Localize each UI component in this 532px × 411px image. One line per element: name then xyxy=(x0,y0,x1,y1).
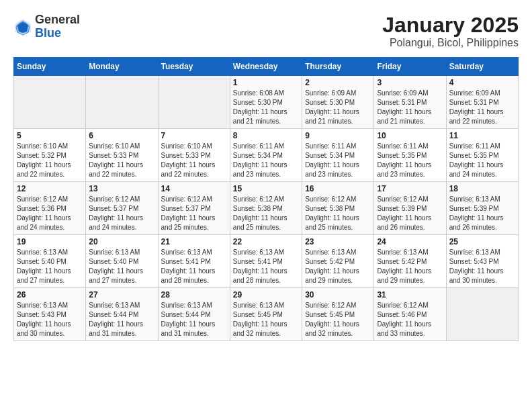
day-info: Sunrise: 6:11 AM Sunset: 5:34 PM Dayligh… xyxy=(305,142,371,179)
day-info: Sunrise: 6:12 AM Sunset: 5:45 PM Dayligh… xyxy=(305,301,371,338)
calendar-cell: 9Sunrise: 6:11 AM Sunset: 5:34 PM Daylig… xyxy=(302,129,374,182)
weekday-header-wednesday: Wednesday xyxy=(230,58,302,76)
calendar-cell: 4Sunrise: 6:09 AM Sunset: 5:31 PM Daylig… xyxy=(446,76,518,129)
weekday-header-saturday: Saturday xyxy=(446,58,518,76)
day-info: Sunrise: 6:10 AM Sunset: 5:33 PM Dayligh… xyxy=(161,142,227,179)
calendar-title: January 2025 xyxy=(382,13,519,37)
weekday-header-thursday: Thursday xyxy=(302,58,374,76)
calendar-cell: 16Sunrise: 6:12 AM Sunset: 5:38 PM Dayli… xyxy=(302,182,374,235)
calendar-cell xyxy=(86,76,158,129)
day-number: 24 xyxy=(377,237,443,246)
day-info: Sunrise: 6:13 AM Sunset: 5:45 PM Dayligh… xyxy=(233,301,299,338)
calendar-cell: 8Sunrise: 6:11 AM Sunset: 5:34 PM Daylig… xyxy=(230,129,302,182)
calendar-cell: 10Sunrise: 6:11 AM Sunset: 5:35 PM Dayli… xyxy=(374,129,446,182)
day-info: Sunrise: 6:08 AM Sunset: 5:30 PM Dayligh… xyxy=(233,89,299,126)
calendar-cell: 18Sunrise: 6:13 AM Sunset: 5:39 PM Dayli… xyxy=(446,182,518,235)
calendar-cell xyxy=(14,76,86,129)
day-number: 25 xyxy=(449,237,515,246)
calendar-cell: 24Sunrise: 6:13 AM Sunset: 5:42 PM Dayli… xyxy=(374,235,446,288)
calendar-table: SundayMondayTuesdayWednesdayThursdayFrid… xyxy=(13,57,519,341)
calendar-cell: 26Sunrise: 6:13 AM Sunset: 5:43 PM Dayli… xyxy=(14,288,86,341)
day-number: 3 xyxy=(377,78,443,87)
weekday-header-row: SundayMondayTuesdayWednesdayThursdayFrid… xyxy=(14,58,519,76)
day-info: Sunrise: 6:12 AM Sunset: 5:36 PM Dayligh… xyxy=(17,195,83,232)
day-number: 16 xyxy=(305,184,371,193)
calendar-cell: 23Sunrise: 6:13 AM Sunset: 5:42 PM Dayli… xyxy=(302,235,374,288)
calendar-cell: 29Sunrise: 6:13 AM Sunset: 5:45 PM Dayli… xyxy=(230,288,302,341)
day-info: Sunrise: 6:13 AM Sunset: 5:43 PM Dayligh… xyxy=(449,248,515,285)
weekday-header-sunday: Sunday xyxy=(14,58,86,76)
weekday-header-monday: Monday xyxy=(86,58,158,76)
day-number: 5 xyxy=(17,131,83,140)
day-number: 2 xyxy=(305,78,371,87)
calendar-cell: 3Sunrise: 6:09 AM Sunset: 5:31 PM Daylig… xyxy=(374,76,446,129)
week-row-5: 26Sunrise: 6:13 AM Sunset: 5:43 PM Dayli… xyxy=(14,288,519,341)
day-info: Sunrise: 6:12 AM Sunset: 5:46 PM Dayligh… xyxy=(377,301,443,338)
title-section: January 2025 Polangui, Bicol, Philippine… xyxy=(382,13,519,49)
calendar-cell: 21Sunrise: 6:13 AM Sunset: 5:41 PM Dayli… xyxy=(158,235,230,288)
day-number: 18 xyxy=(449,184,515,193)
day-info: Sunrise: 6:10 AM Sunset: 5:32 PM Dayligh… xyxy=(17,142,83,179)
calendar-cell: 1Sunrise: 6:08 AM Sunset: 5:30 PM Daylig… xyxy=(230,76,302,129)
day-info: Sunrise: 6:13 AM Sunset: 5:40 PM Dayligh… xyxy=(17,248,83,285)
day-info: Sunrise: 6:09 AM Sunset: 5:31 PM Dayligh… xyxy=(449,89,515,126)
calendar-cell: 6Sunrise: 6:10 AM Sunset: 5:33 PM Daylig… xyxy=(86,129,158,182)
calendar-cell: 31Sunrise: 6:12 AM Sunset: 5:46 PM Dayli… xyxy=(374,288,446,341)
calendar-cell: 12Sunrise: 6:12 AM Sunset: 5:36 PM Dayli… xyxy=(14,182,86,235)
calendar-cell xyxy=(446,288,518,341)
day-info: Sunrise: 6:13 AM Sunset: 5:42 PM Dayligh… xyxy=(305,248,371,285)
day-info: Sunrise: 6:13 AM Sunset: 5:44 PM Dayligh… xyxy=(89,301,154,338)
day-number: 10 xyxy=(377,131,443,140)
day-number: 30 xyxy=(305,290,371,300)
calendar-cell xyxy=(158,76,230,129)
calendar-subtitle: Polangui, Bicol, Philippines xyxy=(382,37,519,49)
day-number: 29 xyxy=(233,290,299,300)
day-number: 6 xyxy=(89,131,154,140)
calendar-cell: 19Sunrise: 6:13 AM Sunset: 5:40 PM Dayli… xyxy=(14,235,86,288)
weekday-header-friday: Friday xyxy=(374,58,446,76)
day-number: 22 xyxy=(233,237,299,246)
calendar-cell: 25Sunrise: 6:13 AM Sunset: 5:43 PM Dayli… xyxy=(446,235,518,288)
calendar-cell: 2Sunrise: 6:09 AM Sunset: 5:30 PM Daylig… xyxy=(302,76,374,129)
day-number: 15 xyxy=(233,184,299,193)
day-info: Sunrise: 6:13 AM Sunset: 5:40 PM Dayligh… xyxy=(89,248,154,285)
day-info: Sunrise: 6:11 AM Sunset: 5:35 PM Dayligh… xyxy=(449,142,515,179)
day-number: 13 xyxy=(89,184,154,193)
logo-icon xyxy=(13,17,32,36)
day-info: Sunrise: 6:10 AM Sunset: 5:33 PM Dayligh… xyxy=(89,142,154,179)
week-row-3: 12Sunrise: 6:12 AM Sunset: 5:36 PM Dayli… xyxy=(14,182,519,235)
day-info: Sunrise: 6:12 AM Sunset: 5:39 PM Dayligh… xyxy=(377,195,443,232)
header: General Blue January 2025 Polangui, Bico… xyxy=(13,13,519,49)
day-info: Sunrise: 6:13 AM Sunset: 5:41 PM Dayligh… xyxy=(161,248,227,285)
day-number: 26 xyxy=(17,290,83,300)
day-info: Sunrise: 6:13 AM Sunset: 5:44 PM Dayligh… xyxy=(161,301,227,338)
calendar-cell: 30Sunrise: 6:12 AM Sunset: 5:45 PM Dayli… xyxy=(302,288,374,341)
day-number: 4 xyxy=(449,78,515,87)
weekday-header-tuesday: Tuesday xyxy=(158,58,230,76)
day-info: Sunrise: 6:13 AM Sunset: 5:43 PM Dayligh… xyxy=(17,301,83,338)
logo-blue-text: Blue xyxy=(35,27,80,40)
day-number: 21 xyxy=(161,237,227,246)
day-number: 7 xyxy=(161,131,227,140)
day-info: Sunrise: 6:13 AM Sunset: 5:42 PM Dayligh… xyxy=(377,248,443,285)
calendar-cell: 7Sunrise: 6:10 AM Sunset: 5:33 PM Daylig… xyxy=(158,129,230,182)
calendar-cell: 15Sunrise: 6:12 AM Sunset: 5:38 PM Dayli… xyxy=(230,182,302,235)
day-number: 14 xyxy=(161,184,227,193)
calendar-cell: 13Sunrise: 6:12 AM Sunset: 5:37 PM Dayli… xyxy=(86,182,158,235)
logo: General Blue xyxy=(13,13,80,40)
day-info: Sunrise: 6:13 AM Sunset: 5:39 PM Dayligh… xyxy=(449,195,515,232)
logo-text: General Blue xyxy=(35,13,80,40)
week-row-2: 5Sunrise: 6:10 AM Sunset: 5:32 PM Daylig… xyxy=(14,129,519,182)
week-row-1: 1Sunrise: 6:08 AM Sunset: 5:30 PM Daylig… xyxy=(14,76,519,129)
day-number: 19 xyxy=(17,237,83,246)
calendar-cell: 22Sunrise: 6:13 AM Sunset: 5:41 PM Dayli… xyxy=(230,235,302,288)
day-number: 23 xyxy=(305,237,371,246)
page: General Blue January 2025 Polangui, Bico… xyxy=(0,0,532,411)
day-info: Sunrise: 6:12 AM Sunset: 5:38 PM Dayligh… xyxy=(233,195,299,232)
day-info: Sunrise: 6:09 AM Sunset: 5:30 PM Dayligh… xyxy=(305,89,371,126)
day-number: 31 xyxy=(377,290,443,300)
day-number: 8 xyxy=(233,131,299,140)
day-number: 11 xyxy=(449,131,515,140)
calendar-cell: 14Sunrise: 6:12 AM Sunset: 5:37 PM Dayli… xyxy=(158,182,230,235)
day-info: Sunrise: 6:12 AM Sunset: 5:38 PM Dayligh… xyxy=(305,195,371,232)
